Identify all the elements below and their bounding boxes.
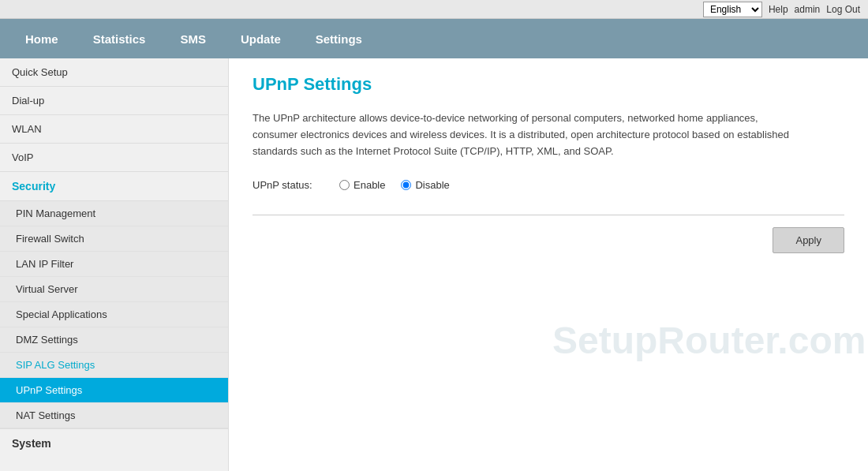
sidebar-item-virtual-server[interactable]: Virtual Server bbox=[0, 277, 228, 302]
nav-bar: Home Statistics SMS Update Settings bbox=[0, 19, 868, 58]
admin-label: admin bbox=[795, 4, 821, 15]
apply-button[interactable]: Apply bbox=[773, 227, 844, 253]
content-wrapper: UPnP Settings The UPnP architecture allo… bbox=[253, 74, 844, 253]
sidebar-item-quick-setup[interactable]: Quick Setup bbox=[0, 58, 228, 87]
sidebar: Quick Setup Dial-up WLAN VoIP Security P… bbox=[0, 58, 229, 471]
disable-label: Disable bbox=[415, 179, 449, 191]
nav-settings[interactable]: Settings bbox=[298, 19, 380, 58]
apply-row: Apply bbox=[253, 227, 844, 253]
upnp-status-row: UPnP status: Enable Disable bbox=[253, 179, 844, 195]
sidebar-item-voip[interactable]: VoIP bbox=[0, 144, 228, 172]
divider bbox=[253, 215, 844, 215]
content-area: UPnP Settings The UPnP architecture allo… bbox=[229, 58, 868, 471]
language-select[interactable]: English Chinese bbox=[703, 2, 762, 17]
nav-sms[interactable]: SMS bbox=[163, 19, 223, 58]
sidebar-item-lan-ip-filter[interactable]: LAN IP Filter bbox=[0, 252, 228, 277]
nav-statistics[interactable]: Statistics bbox=[76, 19, 163, 58]
sidebar-item-dialup[interactable]: Dial-up bbox=[0, 87, 228, 115]
enable-label: Enable bbox=[354, 179, 385, 191]
sidebar-security-header[interactable]: Security bbox=[0, 172, 228, 201]
upnp-status-label: UPnP status: bbox=[253, 179, 324, 191]
logout-link[interactable]: Log Out bbox=[826, 4, 860, 15]
enable-radio[interactable] bbox=[339, 180, 350, 190]
top-bar: English Chinese Help admin Log Out bbox=[0, 0, 868, 19]
enable-option[interactable]: Enable bbox=[339, 179, 385, 191]
sidebar-item-nat-settings[interactable]: NAT Settings bbox=[0, 403, 228, 428]
main-layout: Quick Setup Dial-up WLAN VoIP Security P… bbox=[0, 58, 868, 471]
sidebar-system-header[interactable]: System bbox=[0, 428, 228, 458]
sidebar-item-special-applications[interactable]: Special Applications bbox=[0, 302, 228, 327]
help-link[interactable]: Help bbox=[769, 4, 788, 15]
watermark: SetupRouter.com bbox=[552, 319, 866, 362]
sidebar-item-wlan[interactable]: WLAN bbox=[0, 115, 228, 144]
sidebar-item-sip-alg[interactable]: SIP ALG Settings bbox=[0, 353, 228, 378]
content-description: The UPnP architecture allows device-to-d… bbox=[253, 110, 789, 159]
sidebar-item-upnp-settings[interactable]: UPnP Settings bbox=[0, 378, 228, 403]
disable-option[interactable]: Disable bbox=[401, 179, 449, 191]
sidebar-item-dmz-settings[interactable]: DMZ Settings bbox=[0, 327, 228, 353]
disable-radio[interactable] bbox=[401, 180, 411, 190]
sidebar-item-pin-management[interactable]: PIN Management bbox=[0, 201, 228, 226]
page-title: UPnP Settings bbox=[253, 74, 844, 95]
sidebar-item-firewall-switch[interactable]: Firewall Switch bbox=[0, 226, 228, 252]
nav-update[interactable]: Update bbox=[223, 19, 298, 58]
nav-home[interactable]: Home bbox=[8, 19, 76, 58]
